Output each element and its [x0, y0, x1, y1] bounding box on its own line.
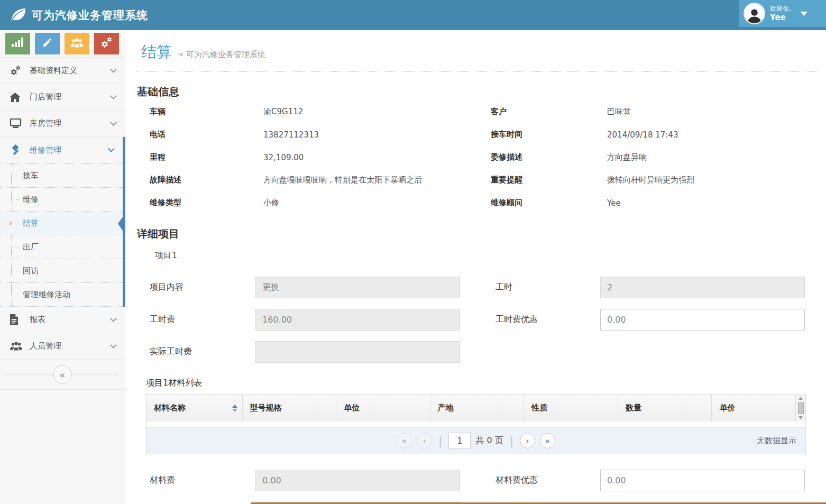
top-header-bar: 可为汽修业务管理系统 欢迎你, Yee [0, 0, 826, 30]
fees-form: 材料费 材料费优惠 实际材料费 [150, 470, 805, 504]
sort-icon[interactable] [232, 405, 237, 412]
form-cell-actual-labor-fee: 实际工时费 [150, 341, 496, 363]
repair-submenu: 接车 维修 › 结算 出厂 回访 管理维修活动 [0, 163, 123, 307]
sidebar-item-label: 基础资料定义 [30, 66, 111, 76]
submenu-item-leave-factory[interactable]: 出厂 [0, 235, 123, 259]
submenu-item-repair[interactable]: 维修 [0, 188, 123, 212]
breadcrumb-separator: » [179, 50, 183, 59]
breadcrumb-text: 可为汽修业务管理系统 [186, 50, 265, 59]
app-title: 可为汽修业务管理系统 [32, 8, 148, 23]
info-row-receive-time: 接车时间 2014/09/18 17:43 [491, 123, 805, 146]
column-label: 数量 [626, 403, 641, 413]
column-label: 产地 [438, 403, 454, 413]
field-label: 材料费优惠 [495, 475, 600, 486]
last-page-button[interactable]: » [540, 433, 555, 448]
shortcut-reports-button[interactable] [5, 33, 30, 54]
column-header-model-spec[interactable]: 型号规格 [243, 395, 337, 421]
pagination-separator: | [510, 435, 513, 447]
pagination-separator: | [438, 435, 442, 447]
column-header-property[interactable]: 性质 [524, 395, 618, 421]
material-fee-discount-input[interactable] [600, 470, 805, 491]
sidebar-collapse-button[interactable]: « [53, 365, 72, 384]
field-value: 13827112313 [263, 130, 319, 140]
field-label: 材料费 [150, 475, 255, 486]
breadcrumb: » 可为汽修业务管理系统 [179, 50, 265, 60]
column-header-unit-price[interactable]: 单价 [712, 395, 795, 421]
field-value: 拨转向杆时异响更为强烈 [607, 175, 694, 185]
info-row-important-note: 重要提醒 拨转向杆时异响更为强烈 [491, 169, 805, 191]
labor-fee-discount-input[interactable] [600, 309, 805, 331]
shortcut-users-button[interactable] [65, 33, 89, 54]
sidebar: 基础资料定义 门店管理 库房管理 [0, 30, 125, 504]
form-row: 项目内容 工时 [150, 277, 805, 298]
scroll-up-arrow-icon[interactable] [799, 397, 803, 400]
page-total-label: 共 0 页 [475, 435, 503, 446]
project-content-input [255, 277, 460, 298]
chevron-down-icon [108, 145, 115, 152]
material-fee-input [255, 470, 460, 491]
main-content: 结算 » 可为汽修业务管理系统 基础信息 车辆 渝C9G112 电话 13827… [125, 30, 826, 504]
field-value: 方向盘嘎吱嘎吱响，特别是在太阳下暴晒之后 [263, 175, 422, 185]
info-row-fault-desc: 故障描述 方向盘嘎吱嘎吱响，特别是在太阳下暴晒之后 [150, 169, 491, 191]
chevron-down-icon [110, 342, 117, 349]
field-label: 项目内容 [150, 282, 255, 293]
field-label: 故障描述 [150, 175, 263, 185]
sidebar-item-warehouse-mgmt[interactable]: 库房管理 [0, 111, 125, 137]
sidebar-item-label: 库房管理 [30, 118, 111, 129]
submenu-item-receive-car[interactable]: 接车 [0, 164, 123, 188]
form-cell-labor-fee: 工时费 [150, 309, 495, 331]
field-label: 委修描述 [491, 152, 607, 162]
sidebar-item-base-data[interactable]: 基础资料定义 [0, 58, 125, 84]
column-header-unit[interactable]: 单位 [336, 395, 430, 421]
column-header-quantity[interactable]: 数量 [618, 395, 712, 421]
sidebar-item-store-mgmt[interactable]: 门店管理 [0, 84, 125, 111]
header-divider [136, 71, 817, 72]
shortcut-edit-button[interactable] [35, 33, 60, 54]
shortcut-settings-button[interactable] [94, 33, 119, 54]
column-label: 材料名称 [154, 403, 186, 413]
prev-page-button[interactable]: ‹ [417, 433, 432, 448]
column-header-origin[interactable]: 产地 [430, 395, 525, 421]
sidebar-item-reports[interactable]: 报表 [0, 307, 125, 333]
field-value: Yee [607, 198, 621, 208]
gavel-icon [10, 144, 23, 157]
submenu-item-label: 接车 [23, 171, 39, 181]
basic-info-grid: 车辆 渝C9G112 电话 13827112313 里程 32,109.00 故… [150, 100, 805, 214]
form-cell-labor-hours: 工时 [495, 277, 805, 298]
page-number-input[interactable] [448, 433, 471, 449]
field-value: 巴味堂 [607, 107, 631, 117]
next-page-button[interactable]: › [520, 433, 535, 448]
sidebar-item-label: 维修管理 [30, 145, 109, 155]
field-value: 32,109.00 [263, 153, 304, 162]
submenu-item-label: 结算 [23, 218, 39, 228]
first-page-button[interactable]: « [397, 433, 412, 448]
chevron-down-icon [110, 66, 117, 73]
shortcut-toolbar [0, 30, 125, 57]
basic-info-heading: 基础信息 [137, 85, 826, 98]
column-header-material-name[interactable]: 材料名称 [146, 395, 243, 421]
gears-icon [100, 36, 113, 51]
collapse-icon: « [60, 369, 65, 380]
sidebar-item-repair-mgmt[interactable]: 维修管理 [0, 137, 123, 163]
submenu-item-label: 出厂 [23, 242, 39, 252]
field-value: 方向盘异响 [607, 152, 647, 162]
table-vertical-scrollbar[interactable] [795, 395, 805, 421]
field-label: 维修类型 [150, 198, 263, 208]
form-row: 实际工时费 [150, 341, 805, 363]
project-1-label: 项目1 [155, 250, 826, 261]
field-value: 小修 [263, 198, 279, 208]
sidebar-item-personnel-mgmt[interactable]: 人员管理 [0, 333, 125, 360]
scroll-down-arrow-icon[interactable] [799, 416, 803, 419]
user-menu[interactable]: 欢迎你, Yee [739, 0, 826, 27]
submenu-item-manage-repair-activity[interactable]: 管理维修活动 [0, 283, 123, 307]
scrollbar-thumb[interactable] [798, 402, 804, 414]
submenu-item-settlement[interactable]: › 结算 [0, 212, 123, 235]
form-cell-material-fee-discount: 材料费优惠 [495, 470, 805, 491]
form-row: 工时费 工时费优惠 [150, 309, 805, 331]
info-row-phone: 电话 13827112313 [150, 123, 491, 146]
submenu-item-follow-up[interactable]: 回访 [0, 259, 123, 283]
users-icon [10, 341, 23, 351]
user-avatar [744, 3, 765, 24]
chevron-down-icon [110, 315, 117, 322]
basic-info-left-column: 车辆 渝C9G112 电话 13827112313 里程 32,109.00 故… [150, 100, 491, 214]
